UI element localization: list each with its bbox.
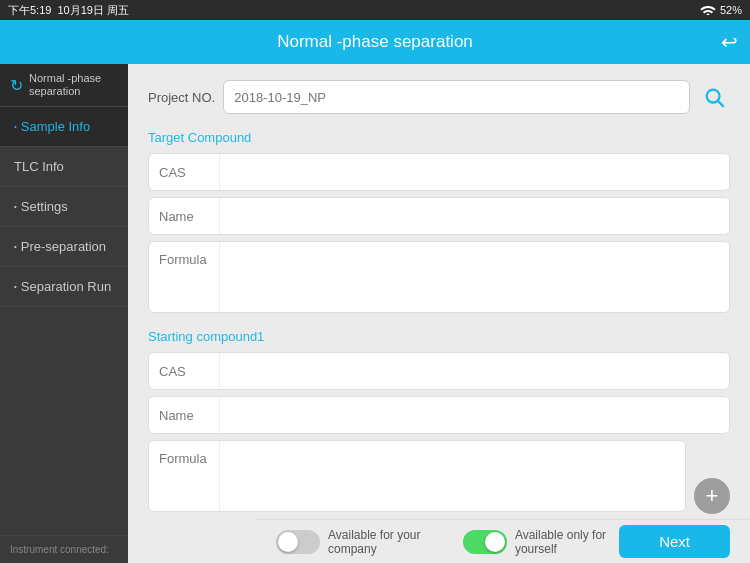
starting-cas-label: CAS <box>149 364 219 379</box>
dot-pre-separation: • <box>14 242 17 251</box>
starting-formula-row: Formula <box>148 440 686 512</box>
starting-compound-label: Starting compound1 <box>148 329 730 344</box>
toggle-yourself-knob <box>485 532 505 552</box>
toggle-company-label: Available for your company <box>328 528 439 556</box>
title-bar: Normal -phase separation ↩ <box>0 20 750 64</box>
target-cas-row: CAS <box>148 153 730 191</box>
project-no-input[interactable] <box>223 80 690 114</box>
starting-formula-input[interactable] <box>219 441 685 511</box>
back-button[interactable]: ↩ <box>721 30 738 54</box>
toggle-yourself-label: Available only for yourself <box>515 528 619 556</box>
status-time: 下午5:19 <box>8 3 51 18</box>
toggle-company[interactable] <box>276 530 320 554</box>
toggle-group: Available for your company Available onl… <box>276 528 619 556</box>
starting-cas-input[interactable] <box>219 353 729 389</box>
sidebar: ↻ Normal -phase separation • Sample Info… <box>0 64 128 563</box>
svg-line-1 <box>718 101 723 106</box>
sidebar-item-settings[interactable]: • Settings <box>0 187 128 227</box>
next-button[interactable]: Next <box>619 525 730 558</box>
status-right: 52% <box>700 3 742 17</box>
content-area: Project NO. Target Compound CAS Name <box>128 64 750 563</box>
sidebar-header: ↻ Normal -phase separation <box>0 64 128 107</box>
dot-settings: • <box>14 202 17 211</box>
active-dot: • <box>14 122 17 131</box>
target-formula-input[interactable] <box>219 242 729 312</box>
sidebar-item-separation-run[interactable]: • Separation Run <box>0 267 128 307</box>
bottom-bar: Available for your company Available onl… <box>256 519 750 563</box>
main-layout: ↻ Normal -phase separation • Sample Info… <box>0 64 750 563</box>
sidebar-label-separation-run: Separation Run <box>21 279 111 294</box>
sidebar-footer: Instrument connected: <box>0 535 128 563</box>
project-no-label: Project NO. <box>148 90 215 105</box>
project-row: Project NO. <box>148 80 730 114</box>
add-compound-button[interactable]: + <box>694 478 730 514</box>
target-formula-label: Formula <box>149 242 219 267</box>
status-left: 下午5:19 10月19日 周五 <box>8 3 129 18</box>
target-compound-label: Target Compound <box>148 130 730 145</box>
status-bar: 下午5:19 10月19日 周五 52% <box>0 0 750 20</box>
starting-compound-group: CAS Name Formula + <box>148 352 730 518</box>
status-date: 10月19日 周五 <box>57 3 129 18</box>
search-button[interactable] <box>698 81 730 113</box>
battery-text: 52% <box>720 4 742 16</box>
toggle-company-knob <box>278 532 298 552</box>
sidebar-nav: • Sample Info TLC Info • Settings • Pre-… <box>0 107 128 535</box>
starting-name-input[interactable] <box>219 397 729 433</box>
starting-name-label: Name <box>149 408 219 423</box>
toggle-item-yourself: Available only for yourself <box>463 528 619 556</box>
page-title: Normal -phase separation <box>277 32 473 52</box>
target-cas-label: CAS <box>149 165 219 180</box>
target-formula-row: Formula <box>148 241 730 313</box>
wifi-icon <box>700 3 716 17</box>
starting-cas-row: CAS <box>148 352 730 390</box>
toggle-yourself[interactable] <box>463 530 507 554</box>
target-compound-group: CAS Name Formula <box>148 153 730 313</box>
target-name-input[interactable] <box>219 198 729 234</box>
sidebar-label-sample-info: Sample Info <box>21 119 90 134</box>
instrument-status: Instrument connected: <box>10 544 109 555</box>
scroll-content: Project NO. Target Compound CAS Name <box>148 80 730 563</box>
sidebar-item-sample-info[interactable]: • Sample Info <box>0 107 128 147</box>
sidebar-item-tlc-info[interactable]: TLC Info <box>0 147 128 187</box>
target-name-row: Name <box>148 197 730 235</box>
target-name-label: Name <box>149 209 219 224</box>
sidebar-label-settings: Settings <box>21 199 68 214</box>
dot-separation-run: • <box>14 282 17 291</box>
target-cas-input[interactable] <box>219 154 729 190</box>
starting-name-row: Name <box>148 396 730 434</box>
sidebar-item-pre-separation[interactable]: • Pre-separation <box>0 227 128 267</box>
refresh-icon: ↻ <box>10 76 23 95</box>
sidebar-label-pre-separation: Pre-separation <box>21 239 106 254</box>
toggle-item-company: Available for your company <box>276 528 439 556</box>
sidebar-label-tlc-info: TLC Info <box>14 159 64 174</box>
sidebar-header-text: Normal -phase separation <box>29 72 118 98</box>
starting-formula-wrapper: Formula + <box>148 440 730 518</box>
add-icon: + <box>706 483 719 509</box>
starting-formula-label: Formula <box>149 441 219 466</box>
